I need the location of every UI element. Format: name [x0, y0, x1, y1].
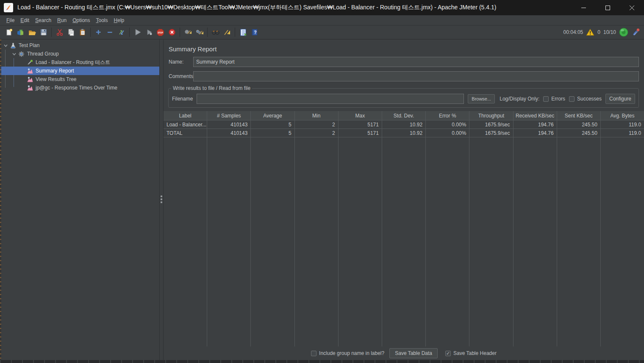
- table-cell[interactable]: 5171: [339, 129, 382, 137]
- save-icon[interactable]: [38, 27, 49, 38]
- minimize-button[interactable]: [572, 0, 596, 15]
- table-cell[interactable]: 1675.9/sec: [469, 129, 513, 137]
- clear-all-icon[interactable]: [194, 27, 205, 38]
- clear-icon[interactable]: [182, 27, 194, 38]
- table-cell[interactable]: 2: [295, 129, 338, 137]
- tree-item-sampler[interactable]: Load - Balancer - Routing 테스트: [0, 58, 159, 67]
- jmeter-feather-icon: [4, 3, 13, 12]
- stop-icon[interactable]: STOP: [155, 27, 166, 38]
- table-column-std-dev: Std. Dev. 10.92 10.92: [382, 111, 426, 346]
- new-file-icon[interactable]: [3, 27, 15, 38]
- successes-checkbox[interactable]: [569, 96, 575, 102]
- table-cell[interactable]: 194.76: [514, 120, 557, 129]
- name-input[interactable]: [193, 57, 639, 67]
- open-file-icon[interactable]: [26, 27, 38, 38]
- comments-input[interactable]: [193, 71, 639, 81]
- copy-icon[interactable]: [65, 27, 77, 38]
- menu-edit[interactable]: Edit: [17, 17, 32, 24]
- table-cell[interactable]: 0.00%: [426, 120, 469, 129]
- configure-button[interactable]: Configure: [605, 94, 635, 104]
- left-edge-artifact: [0, 39, 1, 363]
- menu-search[interactable]: Search: [32, 17, 54, 24]
- active-threads: 10/10: [603, 29, 616, 35]
- column-header[interactable]: Max: [339, 111, 382, 120]
- table-cell[interactable]: 5: [251, 120, 294, 129]
- table-cell[interactable]: 245.50: [557, 129, 600, 137]
- table-cell[interactable]: TOTAL: [164, 129, 207, 137]
- tree-item-view-results-tree[interactable]: View Results Tree: [0, 75, 159, 84]
- titlebar: Load - Balancer - Routing 테스트.jmx (C:₩Us…: [0, 0, 644, 15]
- column-header[interactable]: # Samples: [207, 111, 250, 120]
- save-table-data-button[interactable]: Save Table Data: [389, 348, 438, 358]
- menu-tools[interactable]: Tools: [93, 17, 111, 24]
- table-cell[interactable]: 410143: [207, 120, 250, 129]
- table-cell[interactable]: 119.0: [601, 120, 644, 129]
- table-cell[interactable]: 5: [251, 129, 294, 137]
- table-cell[interactable]: Load - Balancer...: [164, 120, 207, 129]
- browse-button[interactable]: Browse...: [468, 94, 495, 103]
- shutdown-icon[interactable]: [166, 27, 178, 38]
- table-cell[interactable]: 119.0: [601, 129, 644, 137]
- column-header[interactable]: Avg. Bytes: [601, 111, 644, 120]
- table-column-avg-bytes: Avg. Bytes 119.0 119.0: [601, 111, 644, 346]
- cut-icon[interactable]: [54, 27, 65, 38]
- column-header[interactable]: Min: [295, 111, 338, 120]
- tree-item-response-times-over-time[interactable]: jp@gc - Response Times Over Time: [0, 84, 159, 92]
- column-header[interactable]: Received KB/sec: [514, 111, 557, 120]
- close-button[interactable]: [620, 0, 644, 15]
- tree-item-thread-group[interactable]: Thread Group: [0, 50, 159, 58]
- splitter-grip[interactable]: [161, 195, 162, 203]
- table-cell[interactable]: 245.50: [557, 120, 600, 129]
- column-header[interactable]: Throughput: [469, 111, 513, 120]
- menu-run[interactable]: Run: [54, 17, 69, 24]
- chevron-down-icon[interactable]: [10, 52, 18, 56]
- start-no-pauses-icon[interactable]: [143, 27, 155, 38]
- search-reset-icon[interactable]: [221, 27, 233, 38]
- column-header[interactable]: Error %: [426, 111, 469, 120]
- menu-help[interactable]: Help: [111, 17, 128, 24]
- toolbar-status: 00:04:05 0 10/10: [564, 28, 641, 37]
- toggle-icon[interactable]: [116, 27, 127, 38]
- function-helper-icon[interactable]: [237, 27, 249, 38]
- start-icon[interactable]: [132, 27, 143, 38]
- warning-icon[interactable]: [586, 28, 594, 36]
- maximize-button[interactable]: [596, 0, 620, 15]
- toolbar-separator: [129, 28, 130, 37]
- search-icon[interactable]: [210, 27, 221, 38]
- table-cell[interactable]: 5171: [339, 120, 382, 129]
- save-table-header-checkbox[interactable]: ✓: [445, 351, 451, 356]
- tree-item-test-plan[interactable]: Test Plan: [0, 41, 159, 50]
- errors-checkbox[interactable]: [543, 96, 549, 102]
- name-label: Name:: [169, 59, 193, 65]
- filename-input[interactable]: [197, 94, 464, 104]
- column-header[interactable]: Label: [164, 111, 207, 120]
- open-template-icon[interactable]: [15, 27, 26, 38]
- panel-splitter[interactable]: [160, 39, 164, 363]
- table-column-min: Min 2 2: [295, 111, 339, 346]
- menu-file[interactable]: File: [3, 17, 17, 24]
- window-title: Load - Balancer - Routing 테스트.jmx (C:₩Us…: [17, 4, 496, 11]
- table-cell[interactable]: 2: [295, 120, 338, 129]
- include-group-name-checkbox[interactable]: [311, 351, 316, 356]
- sampler-icon: [26, 59, 33, 65]
- column-header[interactable]: Average: [251, 111, 294, 120]
- collapse-all-icon[interactable]: −: [104, 27, 116, 38]
- column-header[interactable]: Sent KB/sec: [557, 111, 600, 120]
- table-cell[interactable]: 10.92: [382, 129, 425, 137]
- table-cell[interactable]: 10.92: [382, 120, 425, 129]
- chevron-down-icon[interactable]: [2, 43, 9, 48]
- table-column-received: Received KB/sec 194.76 194.76: [514, 111, 557, 346]
- groupbox-title: Write results to file / Read from file: [171, 85, 252, 91]
- help-icon[interactable]: ?: [249, 27, 260, 38]
- column-header[interactable]: Std. Dev.: [382, 111, 425, 120]
- table-cell[interactable]: 410143: [207, 129, 250, 137]
- menu-options[interactable]: Options: [69, 17, 93, 24]
- remote-start-feather-icon[interactable]: [631, 28, 641, 36]
- expand-all-icon[interactable]: +: [93, 27, 104, 38]
- paste-icon[interactable]: [77, 27, 88, 38]
- tree-item-summary-report[interactable]: Summary Report: [0, 67, 159, 75]
- table-cell[interactable]: 0.00%: [426, 129, 469, 137]
- table-cell[interactable]: 194.76: [514, 129, 557, 137]
- table-cell[interactable]: 1675.9/sec: [469, 120, 513, 129]
- thread-group-icon: [18, 51, 25, 57]
